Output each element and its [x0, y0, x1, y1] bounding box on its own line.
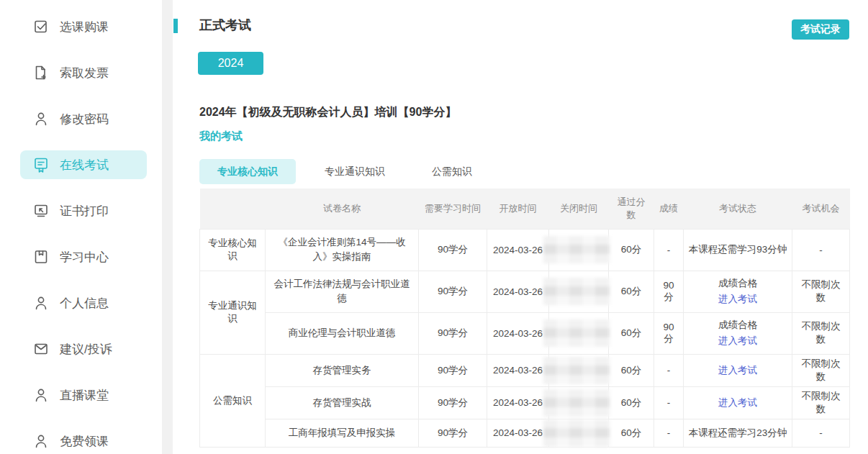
sidebar-item-live-classroom[interactable]: 直播课堂 — [20, 381, 147, 409]
redacted-close-time — [543, 419, 610, 447]
score-cell: - — [654, 419, 684, 447]
tab-general-knowledge[interactable]: 专业通识知识 — [307, 159, 403, 184]
exam-status-cell: 成绩合格进入考试 — [684, 271, 792, 312]
category-cell: 专业核心知识 — [200, 229, 266, 271]
exam-table: 试卷名称需要学习时间开放时间关闭时间通过分数成绩考试状态考试机会 专业核心知识《… — [199, 189, 850, 448]
sidebar-item-label: 学习中心 — [60, 249, 109, 265]
sidebar-item-label: 建议/投诉 — [60, 341, 112, 358]
knowledge-tabs: 专业核心知识专业通识知识公需知识 — [199, 159, 501, 184]
exam-status-text: 本课程还需学习23分钟 — [688, 425, 787, 441]
sidebar-item-label: 修改密码 — [60, 111, 109, 127]
exam-status-cell: 本课程还需学习23分钟 — [684, 419, 792, 447]
exam-status-text: 成绩合格 — [688, 317, 787, 333]
exam-chances-cell: 不限制次数 — [792, 386, 850, 419]
column-header: 成绩 — [654, 189, 684, 229]
exam-table-row: 商业伦理与会计职业道德90学分2024-03-2660分90分成绩合格进入考试不… — [200, 312, 850, 354]
sidebar-item-label: 免费领课 — [60, 433, 109, 450]
category-cell: 公需知识 — [200, 354, 266, 447]
pass-score-cell: 60分 — [609, 312, 654, 354]
redacted-close-time — [543, 236, 610, 263]
exam-status-cell: 进入考试 — [684, 354, 792, 386]
column-header: 试卷名称 — [266, 189, 419, 229]
tab-core-knowledge[interactable]: 专业核心知识 — [199, 159, 296, 184]
pass-score-cell: 60分 — [609, 386, 654, 419]
close-time-cell — [549, 312, 609, 354]
sidebar-item-label: 证书打印 — [60, 203, 109, 219]
exam-icon — [33, 157, 49, 173]
pass-score-cell: 60分 — [609, 419, 654, 447]
sidebar-item-label: 选课购课 — [60, 19, 109, 35]
exam-name-cell: 工商年报填写及申报实操 — [266, 419, 419, 447]
redacted-close-time — [543, 357, 610, 384]
exam-table-row: 工商年报填写及申报实操90学分2024-03-2660分-本课程还需学习23分钟… — [200, 419, 850, 447]
course-title: 2024年【初级及无职称会计人员】培训【90学分】 — [199, 105, 456, 120]
sidebar-item-course-purchase[interactable]: 选课购课 — [20, 12, 147, 41]
exam-table-row: 存货管理实战90学分2024-03-2660分-进入考试不限制次数 — [200, 386, 850, 419]
close-time-cell — [549, 271, 609, 312]
open-time-cell: 2024-03-26 — [487, 419, 549, 447]
sidebar-item-change-password[interactable]: 修改密码 — [20, 104, 147, 133]
open-time-cell: 2024-03-26 — [487, 229, 549, 271]
open-time-cell: 2024-03-26 — [487, 354, 549, 386]
exam-status-cell: 本课程还需学习93分钟 — [684, 229, 792, 271]
sidebar-item-invoice-request[interactable]: 索取发票 — [20, 58, 147, 87]
exam-chances-cell: - — [792, 419, 850, 447]
close-time-cell — [549, 419, 609, 447]
exam-records-button[interactable]: 考试记录 — [792, 19, 849, 40]
sidebar-item-learning-center[interactable]: 学习中心 — [20, 242, 147, 271]
sidebar-item-label: 索取发票 — [60, 65, 109, 81]
year-2024-button[interactable]: 2024 — [198, 52, 263, 75]
sidebar-item-certificate-print[interactable]: 证书打印 — [20, 196, 147, 225]
study-time-cell: 90学分 — [419, 229, 487, 271]
enter-exam-link[interactable]: 进入考试 — [718, 396, 757, 409]
checkbox-icon — [33, 19, 49, 35]
sidebar-item-online-exam[interactable]: 在线考试 — [20, 150, 147, 179]
study-time-cell: 90学分 — [419, 312, 487, 354]
column-header: 需要学习时间 — [419, 189, 487, 229]
exam-chances-cell: 不限制次数 — [792, 271, 850, 312]
exam-name-cell: 会计工作法律法规与会计职业道德 — [266, 271, 419, 312]
sidebar-item-label: 直播课堂 — [60, 387, 109, 404]
enter-exam-link[interactable]: 进入考试 — [718, 333, 757, 349]
study-time-cell: 90学分 — [419, 354, 487, 386]
score-cell: 90分 — [654, 271, 684, 312]
exam-status-cell: 进入考试 — [684, 386, 792, 419]
exam-status-cell: 成绩合格进入考试 — [684, 312, 792, 354]
exam-chances-cell: - — [792, 229, 850, 271]
column-header: 考试状态 — [684, 189, 792, 229]
my-exam-label: 我的考试 — [199, 130, 243, 143]
section-accent-bar — [173, 19, 178, 33]
sidebar-content-divider — [162, 0, 173, 454]
table-body: 专业核心知识《企业会计准则第14号——收入》实操指南90学分2024-03-26… — [200, 229, 850, 447]
score-cell: 90分 — [654, 312, 684, 354]
exam-name-cell: 商业伦理与会计职业道德 — [266, 312, 419, 354]
open-time-cell: 2024-03-26 — [487, 386, 549, 419]
person-icon — [33, 433, 49, 449]
column-header: 开放时间 — [487, 189, 549, 229]
enter-exam-link[interactable]: 进入考试 — [718, 364, 757, 377]
exam-table-row: 专业核心知识《企业会计准则第14号——收入》实操指南90学分2024-03-26… — [200, 229, 850, 271]
exam-name-cell: 《企业会计准则第14号——收入》实操指南 — [266, 229, 419, 271]
bookmark-icon — [33, 249, 49, 265]
person-icon — [33, 295, 49, 311]
open-time-cell: 2024-03-26 — [487, 271, 549, 312]
score-cell: - — [654, 386, 684, 419]
exam-chances-cell: 不限制次数 — [792, 354, 850, 386]
mail-icon — [33, 341, 49, 357]
study-time-cell: 90学分 — [419, 386, 487, 419]
person-icon — [33, 111, 49, 127]
close-time-cell — [549, 354, 609, 386]
main-content: 正式考试 考试记录 2024 2024年【初级及无职称会计人员】培训【90学分】… — [173, 0, 868, 454]
sidebar-item-free-courses[interactable]: 免费领课 — [20, 427, 147, 454]
tab-public-knowledge[interactable]: 公需知识 — [414, 159, 490, 184]
close-time-cell — [549, 229, 609, 271]
redacted-close-time — [543, 278, 610, 305]
invoice-icon — [33, 65, 49, 81]
sidebar-item-personal-info[interactable]: 个人信息 — [20, 289, 147, 317]
exam-name-cell: 存货管理实务 — [266, 354, 419, 386]
enter-exam-link[interactable]: 进入考试 — [718, 291, 757, 307]
score-cell: - — [654, 354, 684, 386]
exam-name-cell: 存货管理实战 — [266, 386, 419, 419]
sidebar-item-suggestions-complaints[interactable]: 建议/投诉 — [20, 335, 147, 363]
redacted-close-time — [543, 319, 610, 347]
